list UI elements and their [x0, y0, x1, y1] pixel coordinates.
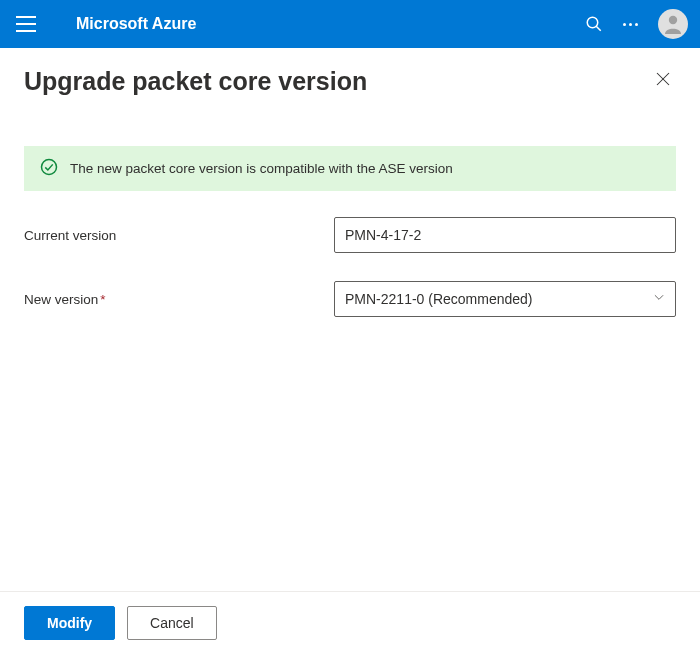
- new-version-select[interactable]: PMN-2211-0 (Recommended): [334, 281, 676, 317]
- brand-name: Microsoft Azure: [76, 15, 585, 33]
- header-actions: [585, 9, 688, 39]
- avatar[interactable]: [658, 9, 688, 39]
- check-circle-icon: [40, 158, 58, 179]
- new-version-label: New version*: [24, 292, 334, 307]
- footer: Modify Cancel: [0, 591, 700, 654]
- page-title-row: Upgrade packet core version: [0, 48, 700, 110]
- success-banner: The new packet core version is compatibl…: [24, 146, 676, 191]
- new-version-selected: PMN-2211-0 (Recommended): [345, 291, 533, 307]
- svg-point-2: [669, 16, 677, 24]
- banner-message: The new packet core version is compatibl…: [70, 161, 453, 176]
- modify-button[interactable]: Modify: [24, 606, 115, 640]
- top-header: Microsoft Azure: [0, 0, 700, 48]
- new-version-row: New version* PMN-2211-0 (Recommended): [24, 281, 676, 317]
- page-title: Upgrade packet core version: [24, 67, 367, 96]
- svg-point-5: [42, 160, 57, 175]
- menu-icon[interactable]: [16, 14, 36, 34]
- svg-line-1: [596, 26, 601, 31]
- more-icon[interactable]: [623, 23, 638, 26]
- svg-point-0: [587, 17, 598, 28]
- current-version-row: Current version: [24, 217, 676, 253]
- search-icon[interactable]: [585, 15, 603, 33]
- current-version-label: Current version: [24, 228, 334, 243]
- required-indicator: *: [100, 292, 105, 307]
- cancel-button[interactable]: Cancel: [127, 606, 217, 640]
- content: The new packet core version is compatibl…: [0, 110, 700, 591]
- close-icon[interactable]: [650, 66, 676, 96]
- current-version-input[interactable]: [334, 217, 676, 253]
